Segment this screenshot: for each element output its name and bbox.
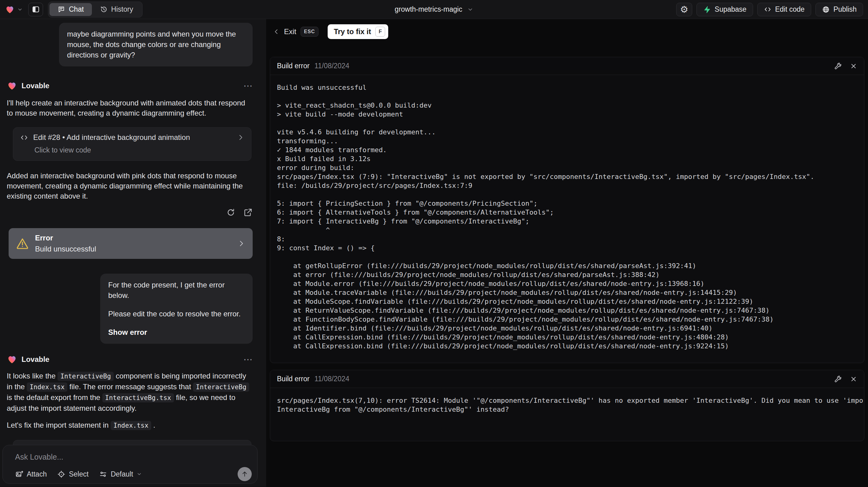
code-icon (20, 133, 28, 142)
edit-code-label: Edit code (775, 5, 805, 13)
text-run: is the default export from the (7, 393, 102, 401)
inline-code: Index.tsx (27, 383, 67, 392)
text-run: It looks like the (7, 372, 58, 380)
user-message: For the code present, I get the error be… (100, 274, 253, 344)
fix-wrench-button[interactable] (834, 62, 842, 70)
chevron-down-icon (136, 471, 142, 477)
globe-icon (822, 5, 830, 13)
send-button[interactable] (238, 467, 252, 481)
chat-composer: Attach Select Default (2, 445, 257, 484)
select-element-button[interactable]: Select (57, 470, 89, 478)
attach-button[interactable]: Attach (15, 470, 47, 478)
assistant-header: Lovable ⋯ (7, 81, 253, 91)
edit-code-button[interactable]: Edit code (757, 3, 811, 16)
build-error-title: Build error (277, 62, 310, 70)
attach-image-icon (15, 470, 23, 478)
user-message: maybe diagramming points and when you mo… (59, 23, 253, 66)
supabase-button[interactable]: Supabase (696, 3, 753, 16)
chat-panel: maybe diagramming points and when you mo… (0, 19, 266, 487)
warning-triangle-icon (16, 237, 29, 250)
crosshair-icon (57, 470, 65, 478)
build-error-date: 11/08/2024 (314, 62, 349, 70)
error-card-title: Error (35, 234, 96, 242)
assistant-fix-paragraph: It looks like the InteractiveBg componen… (7, 371, 253, 413)
tab-chat-label: Chat (69, 5, 84, 13)
chevron-left-icon (273, 28, 280, 35)
inline-code: Index.tsx (111, 421, 151, 430)
mode-label: Default (111, 470, 133, 478)
text-run: file. The error message suggests that (67, 383, 193, 391)
tab-history-label: History (111, 5, 133, 13)
tab-chat[interactable]: Chat (50, 3, 92, 16)
chevron-right-icon (237, 240, 245, 247)
esc-key-badge: ESC (301, 27, 318, 37)
history-clock-icon (100, 5, 107, 13)
retry-button[interactable] (226, 208, 236, 217)
build-error-log: Build was unsuccessful > vite_react_shad… (277, 83, 857, 351)
publish-button[interactable]: Publish (815, 3, 863, 16)
settings-button[interactable]: ⚙ (676, 3, 692, 16)
exit-label: Exit (284, 27, 296, 36)
close-icon (850, 375, 857, 383)
f-key-badge: F (375, 27, 385, 37)
build-error-header: Build error 11/08/2024 (270, 370, 864, 388)
fix-wrench-button[interactable] (834, 375, 842, 383)
user-message-line: Please edit the code to resolve the erro… (108, 309, 245, 319)
assistant-name: Lovable (22, 355, 50, 364)
text-run: . (151, 421, 155, 429)
inline-code: InteractiveBg (58, 372, 114, 381)
exit-button[interactable]: Exit ESC (273, 27, 318, 37)
sliders-icon (99, 470, 107, 478)
text-run: Let's fix the import statement in (7, 421, 111, 429)
lovable-logo-menu[interactable] (5, 5, 23, 14)
top-bar: Chat History growth-metrics-magic ⚙ Supa… (0, 0, 868, 19)
build-error-date: 11/08/2024 (314, 375, 349, 383)
supabase-bolt-icon (703, 5, 711, 13)
more-options-icon[interactable]: ⋯ (243, 84, 253, 87)
user-message-text: maybe diagramming points and when you mo… (67, 30, 236, 59)
toggle-sidebar-button[interactable] (28, 3, 43, 16)
gear-icon: ⚙ (680, 4, 688, 15)
assistant-intro: I'll help create an interactive backgrou… (7, 98, 253, 118)
tab-history[interactable]: History (92, 3, 142, 16)
arrow-up-icon (241, 470, 249, 478)
edit-card-28[interactable]: Edit #28 • Add interactive background an… (13, 127, 251, 161)
lovable-heart-icon (5, 5, 15, 14)
close-button[interactable] (850, 375, 857, 383)
edit-card-title: Edit #28 • Add interactive background an… (33, 133, 190, 142)
assistant-summary: Added an interactive background with pin… (7, 171, 253, 201)
chat-input[interactable] (15, 453, 181, 461)
build-error-log-card: Build error 11/08/2024 Bui (270, 57, 864, 363)
error-card-subtitle: Build unsuccessful (35, 245, 96, 253)
lovable-heart-icon (7, 81, 17, 91)
build-error-log-card: Build error 11/08/2024 src (270, 370, 864, 441)
refresh-icon (226, 208, 236, 217)
show-error-link[interactable]: Show error (108, 327, 245, 338)
inline-code: InteractiveBg.tsx (102, 393, 174, 402)
build-error-card[interactable]: Error Build unsuccessful (9, 228, 253, 259)
chat-bubble-icon (58, 5, 65, 13)
build-error-title: Build error (277, 375, 310, 383)
close-button[interactable] (850, 62, 857, 70)
try-to-fix-label: Try to fix it (334, 27, 371, 36)
lovable-heart-icon (7, 354, 17, 365)
mode-selector[interactable]: Default (99, 470, 142, 478)
preview-panel: Exit ESC Try to fix it F Build error 11/… (266, 19, 868, 487)
build-error-log: src/pages/Index.tsx(7,10): error TS2614:… (277, 396, 857, 414)
wrench-icon (834, 375, 842, 383)
project-selector[interactable]: growth-metrics-magic (395, 5, 473, 13)
inline-code: InteractiveBg (193, 383, 249, 392)
chat-history-tabs: Chat History (48, 2, 143, 18)
assistant-fix-followup: Let's fix the import statement in Index.… (7, 420, 253, 431)
topbar-actions: ⚙ Supabase Edit code Publish (676, 3, 863, 16)
chevron-right-icon (237, 134, 244, 141)
preview-header: Exit ESC Try to fix it F (270, 24, 864, 39)
assistant-name: Lovable (22, 82, 50, 90)
assistant-header: Lovable ⋯ (7, 354, 253, 365)
publish-label: Publish (834, 5, 857, 13)
more-options-icon[interactable]: ⋯ (243, 358, 253, 361)
code-icon (764, 5, 772, 13)
external-link-icon (243, 208, 253, 217)
open-preview-button[interactable] (243, 208, 253, 217)
try-to-fix-button[interactable]: Try to fix it F (328, 24, 388, 39)
